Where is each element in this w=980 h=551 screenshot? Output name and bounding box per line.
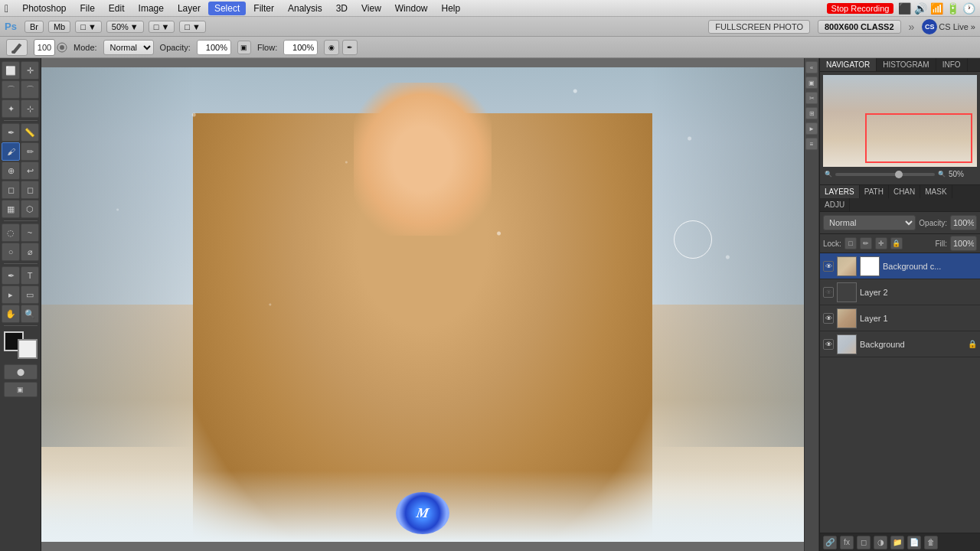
tool-pen[interactable]: ✒ [2, 266, 20, 285]
layer-visibility-background-copy[interactable]: 👁 [823, 261, 834, 272]
menu-analysis[interactable]: Analysis [282, 2, 328, 15]
menu-window[interactable]: Window [389, 2, 434, 15]
mb-button[interactable]: Mb [48, 21, 70, 33]
canvas-area[interactable]: M [41, 58, 804, 551]
tool-text[interactable]: T [21, 266, 39, 285]
flow-input[interactable] [283, 40, 318, 55]
strip-tool5-btn[interactable]: ≡ [805, 138, 818, 150]
layer-fx-btn[interactable]: fx [840, 536, 854, 549]
stop-recording-btn[interactable]: Stop Recording [827, 3, 894, 14]
tab-mask[interactable]: MASK [920, 185, 952, 198]
strip-tool2-btn[interactable]: ✂ [805, 92, 818, 104]
tab-layers[interactable]: LAYERS [820, 185, 860, 198]
layer-link-btn[interactable]: 🔗 [823, 536, 837, 549]
layer-new-btn[interactable]: 📄 [907, 536, 921, 549]
expand-icon[interactable]: » [909, 21, 915, 33]
tool-gradient[interactable]: ▦ [2, 200, 20, 218]
tool-burn[interactable]: ⌀ [21, 243, 39, 261]
canvas-mode-button[interactable]: □ ▼ [149, 21, 175, 33]
background-color[interactable] [18, 339, 38, 359]
arrange-button[interactable]: □ ▼ [179, 21, 206, 33]
zoom-button[interactable]: 50% ▼ [106, 21, 144, 33]
tool-magic-wand[interactable]: ✦ [2, 99, 20, 118]
strip-tool4-btn[interactable]: ► [805, 122, 818, 135]
tool-blur[interactable]: ◌ [2, 223, 20, 242]
tool-clone[interactable]: ⊕ [2, 161, 20, 180]
menu-file[interactable]: File [74, 2, 101, 15]
opacity-value-input[interactable] [950, 215, 977, 230]
tool-eyedropper[interactable]: ✒ [2, 123, 20, 142]
menu-filter[interactable]: Filter [247, 2, 280, 15]
layer-group-btn[interactable]: 📁 [890, 536, 904, 549]
screen-mode-btn[interactable]: ▣ [4, 382, 38, 397]
menu-help[interactable]: Help [435, 2, 466, 15]
layer-delete-btn[interactable]: 🗑 [924, 536, 938, 549]
opacity-airbrush-btn[interactable]: ▣ [237, 41, 251, 54]
lock-all-btn[interactable]: 🔒 [890, 237, 903, 249]
layer-item-background-copy[interactable]: 👁 Background c... [820, 253, 980, 279]
nav-preview[interactable] [823, 75, 977, 167]
cs-live-label[interactable]: CS Live » [939, 22, 975, 31]
tool-history-brush[interactable]: ↩ [21, 161, 39, 180]
layer-visibility-layer2[interactable]: 👁 [823, 287, 834, 298]
menu-layer[interactable]: Layer [172, 2, 207, 15]
lock-pixels-btn[interactable]: ✏ [860, 237, 872, 249]
blend-mode-select[interactable]: Normal [823, 215, 916, 230]
menu-edit[interactable]: Edit [103, 2, 131, 15]
tab-info[interactable]: INFO [936, 58, 968, 71]
tool-paint-bucket[interactable]: ⬡ [21, 200, 39, 218]
brush-size-input[interactable]: 100 [34, 39, 55, 56]
layer-visibility-layer1[interactable]: 👁 [823, 313, 834, 324]
layer-visibility-background[interactable]: 👁 [823, 339, 834, 350]
tool-ruler[interactable]: 📏 [21, 123, 39, 142]
tool-dodge[interactable]: ○ [2, 243, 20, 261]
menu-3d[interactable]: 3D [330, 2, 354, 15]
strip-collapse-btn[interactable]: « [805, 61, 818, 73]
tool-shape[interactable]: ▭ [21, 285, 39, 304]
tool-marquee-rect[interactable]: ⬜ [2, 61, 20, 80]
menu-image[interactable]: Image [132, 2, 170, 15]
layer-item-layer1[interactable]: 👁 Layer 1 [820, 305, 980, 331]
strip-tool3-btn[interactable]: ⊞ [805, 107, 818, 119]
tool-pencil[interactable]: ✏ [21, 142, 39, 161]
tablet-btn[interactable]: ✒ [342, 40, 358, 55]
preset-label[interactable]: 800X600 CLASS2 [818, 20, 901, 34]
layer-item-background[interactable]: 👁 Background 🔒 [820, 331, 980, 357]
menu-photoshop[interactable]: Photoshop [16, 2, 72, 15]
tool-smudge[interactable]: ~ [21, 223, 39, 242]
tool-eraser[interactable]: ◻ [2, 181, 20, 199]
toggle-airbrush-btn[interactable]: ◉ [324, 40, 339, 55]
tool-hand[interactable]: ✋ [2, 305, 20, 323]
tool-eraser-bg[interactable]: ◻ [21, 181, 39, 199]
mode-select[interactable]: Normal [103, 40, 154, 55]
layer-item-layer2[interactable]: 👁 Layer 2 [820, 279, 980, 305]
brush-tool-icon[interactable] [6, 39, 28, 56]
tool-lasso-poly[interactable]: ⌒ [21, 80, 39, 99]
apple-logo[interactable]:  [5, 2, 8, 15]
tool-move[interactable]: ✛ [21, 61, 39, 80]
tab-chan[interactable]: CHAN [889, 185, 920, 198]
tool-lasso[interactable]: ⌒ [2, 80, 20, 99]
tool-crop[interactable]: ⊹ [21, 99, 39, 118]
layer-mask-btn[interactable]: ◻ [857, 536, 871, 549]
tool-zoom[interactable]: 🔍 [21, 305, 39, 323]
tab-path[interactable]: PATH [860, 185, 889, 198]
tab-adju[interactable]: ADJU [820, 198, 850, 211]
tab-histogram[interactable]: HISTOGRAM [877, 58, 936, 71]
br-button[interactable]: Br [24, 21, 44, 33]
tool-brush[interactable]: 🖌 [2, 142, 20, 161]
lock-position-btn[interactable]: ✛ [875, 237, 887, 249]
layer-mask-background-copy[interactable] [860, 256, 880, 276]
view-mode-button[interactable]: □ ▼ [75, 21, 102, 33]
tab-navigator[interactable]: NAVIGATOR [820, 58, 877, 71]
zoom-slider[interactable] [835, 173, 935, 176]
cs-live-area[interactable]: CS CS Live » [922, 19, 975, 34]
fill-value-input[interactable] [950, 236, 977, 251]
tool-path-select[interactable]: ▸ [2, 285, 20, 304]
menu-view[interactable]: View [355, 2, 387, 15]
zoom-in-icon[interactable]: 🔍 [938, 171, 946, 178]
color-swatches[interactable] [4, 331, 38, 359]
opacity-input[interactable] [197, 40, 231, 55]
lock-transparent-btn[interactable]: □ [844, 237, 857, 249]
quick-mask-btn[interactable]: ⬤ [4, 364, 38, 380]
